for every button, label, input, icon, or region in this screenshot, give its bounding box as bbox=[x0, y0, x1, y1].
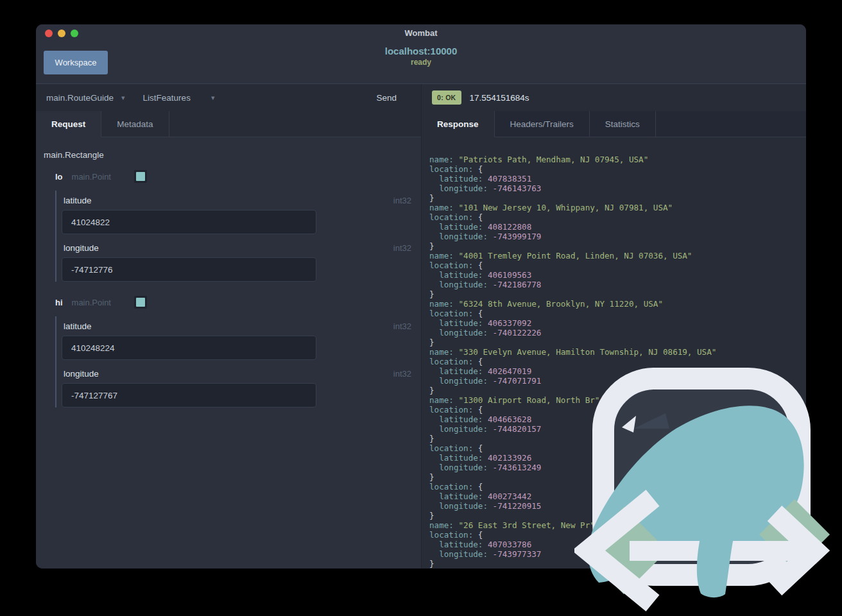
message-type-label: main.Rectangle bbox=[44, 150, 413, 160]
field-type: int32 bbox=[393, 196, 411, 205]
checkbox-toggle[interactable] bbox=[134, 296, 147, 309]
field-latitude: latitude int32 bbox=[62, 316, 413, 360]
longitude-input[interactable] bbox=[62, 257, 316, 282]
method-select[interactable]: ListFeatures ▾ bbox=[143, 93, 215, 103]
field-label: latitude bbox=[64, 321, 92, 331]
field-type: int32 bbox=[393, 243, 411, 253]
service-select-value: main.RouteGuide bbox=[46, 93, 114, 103]
group-name: lo bbox=[55, 172, 63, 182]
tab-headers-trailers[interactable]: Headers/Trailers bbox=[495, 111, 590, 137]
tab-request[interactable]: Request bbox=[36, 111, 101, 137]
result-bar: 0: OK 17.554151684s bbox=[422, 84, 806, 111]
field-longitude: longitude int32 bbox=[62, 364, 413, 407]
field-label: longitude bbox=[64, 243, 99, 253]
field-label: longitude bbox=[64, 369, 99, 379]
group-type: main.Point bbox=[72, 298, 111, 307]
field-group-hi: hi main.Point latitude int32 bbox=[55, 296, 413, 407]
checkbox-toggle[interactable] bbox=[134, 170, 147, 183]
app-window: Wombat Workspace localhost:10000 ready m… bbox=[36, 24, 806, 569]
tab-statistics[interactable]: Statistics bbox=[590, 111, 656, 137]
response-output[interactable]: name: "Patriots Path, Mendham, NJ 07945,… bbox=[422, 137, 806, 569]
chevron-down-icon: ▾ bbox=[211, 94, 215, 102]
field-longitude: longitude int32 bbox=[62, 238, 413, 282]
latitude-input[interactable] bbox=[62, 210, 316, 234]
tab-response[interactable]: Response bbox=[422, 111, 495, 137]
request-panel: main.RouteGuide ▾ ListFeatures ▾ Send Re… bbox=[36, 84, 421, 569]
field-latitude: latitude int32 bbox=[62, 191, 413, 234]
server-info: localhost:10000 ready bbox=[36, 46, 806, 67]
header: Workspace localhost:10000 ready bbox=[36, 42, 806, 83]
group-type: main.Point bbox=[72, 172, 111, 182]
window-title: Wombat bbox=[36, 28, 806, 38]
field-group-lo: lo main.Point latitude int32 bbox=[55, 170, 413, 282]
method-select-value: ListFeatures bbox=[143, 93, 191, 103]
status-badge: 0: OK bbox=[432, 90, 461, 105]
tab-metadata[interactable]: Metadata bbox=[101, 111, 169, 137]
field-type: int32 bbox=[393, 369, 411, 379]
duration-label: 17.554151684s bbox=[470, 93, 529, 103]
field-label: latitude bbox=[64, 196, 92, 205]
latitude-input[interactable] bbox=[62, 336, 316, 360]
titlebar: Wombat bbox=[36, 24, 806, 42]
send-button[interactable]: Send bbox=[376, 93, 397, 103]
response-tabbar: Response Headers/Trailers Statistics bbox=[422, 111, 806, 137]
request-form: main.Rectangle lo main.Point latitude in… bbox=[36, 137, 421, 569]
response-panel: 0: OK 17.554151684s Response Headers/Tra… bbox=[421, 84, 806, 569]
request-tabbar: Request Metadata bbox=[36, 111, 421, 137]
group-name: hi bbox=[55, 298, 63, 307]
field-type: int32 bbox=[393, 321, 411, 331]
service-select[interactable]: main.RouteGuide ▾ bbox=[46, 93, 125, 103]
longitude-input[interactable] bbox=[62, 383, 316, 407]
server-status: ready bbox=[36, 58, 806, 67]
server-address: localhost:10000 bbox=[36, 46, 806, 56]
chevron-down-icon: ▾ bbox=[121, 94, 125, 102]
request-toolbar: main.RouteGuide ▾ ListFeatures ▾ Send bbox=[36, 84, 421, 111]
